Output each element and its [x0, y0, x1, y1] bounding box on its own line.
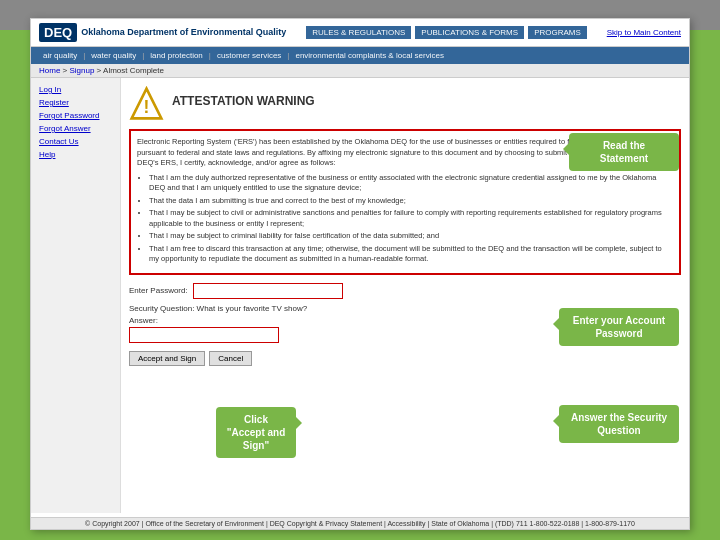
- footer: © Copyright 2007 | Office of the Secreta…: [31, 517, 689, 529]
- breadcrumb-home[interactable]: Home: [39, 66, 60, 75]
- content-area: Log In Register Forgot Password Forgot A…: [31, 78, 689, 513]
- breadcrumb-signup[interactable]: Signup: [69, 66, 94, 75]
- attestation-bullets: That I am the duly authorized representa…: [149, 173, 673, 265]
- browser-window: DEQ Oklahoma Department of Environmental…: [30, 18, 690, 530]
- nav-publications[interactable]: PUBLICATIONS & FORMS: [415, 26, 524, 39]
- svg-text:!: !: [144, 97, 150, 117]
- nav-env-complaints[interactable]: environmental complaints & local service…: [291, 49, 448, 62]
- nav-programs[interactable]: PROGRAMS: [528, 26, 587, 39]
- main-content: ! ATTESTATION WARNING Electronic Reporti…: [121, 78, 689, 513]
- sidebar-link-register[interactable]: Register: [31, 96, 120, 109]
- breadcrumb-current: Almost Complete: [103, 66, 164, 75]
- deq-logo-abbr: DEQ: [39, 23, 77, 42]
- nav-customer-services[interactable]: customer services: [213, 49, 285, 62]
- sidebar-link-help[interactable]: Help: [31, 148, 120, 161]
- sidebar-link-login[interactable]: Log In: [31, 83, 120, 96]
- nav-rules-regs[interactable]: RULES & REGULATIONS: [306, 26, 411, 39]
- secondary-nav: air quality | water quality | land prote…: [31, 47, 689, 64]
- nav-air-quality[interactable]: air quality: [39, 49, 81, 62]
- warning-icon: !: [129, 86, 164, 121]
- password-row: Enter Password:: [129, 283, 681, 299]
- skip-to-main-link[interactable]: Skip to Main Content: [607, 28, 681, 37]
- nav-land-protection[interactable]: land protection: [146, 49, 206, 62]
- callout-click-accept: Click "Accept and Sign": [216, 407, 296, 458]
- sidebar-link-contact[interactable]: Contact Us: [31, 135, 120, 148]
- sidebar-link-forgot-password[interactable]: Forgot Password: [31, 109, 120, 122]
- deq-header: DEQ Oklahoma Department of Environmental…: [31, 19, 689, 47]
- bullet-1: That I am the duly authorized representa…: [149, 173, 673, 194]
- deq-logo: DEQ Oklahoma Department of Environmental…: [39, 23, 286, 42]
- deq-logo-full: Oklahoma Department of Environmental Qua…: [81, 27, 286, 38]
- button-row: Accept and Sign Cancel: [129, 351, 681, 366]
- bullet-2: That the data I am submitting is true an…: [149, 196, 673, 207]
- breadcrumb: Home > Signup > Almost Complete: [31, 64, 689, 78]
- password-label: Enter Password:: [129, 286, 188, 295]
- sidebar-link-forgot-answer[interactable]: Forgot Answer: [31, 122, 120, 135]
- bullet-4: That I may be subject to criminal liabil…: [149, 231, 673, 242]
- attestation-title: ATTESTATION WARNING: [172, 86, 315, 108]
- bullet-5: That I am free to discard this transacti…: [149, 244, 673, 265]
- callout-answer-security: Answer the Security Question: [559, 405, 679, 443]
- callout-enter-password: Enter your Account Password: [559, 308, 679, 346]
- accept-and-sign-button[interactable]: Accept and Sign: [129, 351, 205, 366]
- footer-text: © Copyright 2007 | Office of the Secreta…: [85, 520, 635, 527]
- sidebar: Log In Register Forgot Password Forgot A…: [31, 78, 121, 513]
- password-input[interactable]: [193, 283, 343, 299]
- answer-input[interactable]: [129, 327, 279, 343]
- bullet-3: That I may be subject to civil or admini…: [149, 208, 673, 229]
- nav-water-quality[interactable]: water quality: [87, 49, 140, 62]
- attestation-header: ! ATTESTATION WARNING: [129, 86, 681, 121]
- callout-read-statement: Read the Statement: [569, 133, 679, 171]
- cancel-button[interactable]: Cancel: [209, 351, 252, 366]
